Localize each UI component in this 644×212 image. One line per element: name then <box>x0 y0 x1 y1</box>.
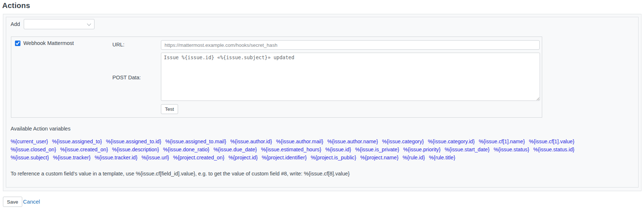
action-variable: %{issue.closed_on} <box>11 145 56 154</box>
action-variable: %{issue.cf[1].name} <box>479 137 525 145</box>
action-variable: %{project.identifier} <box>262 154 306 162</box>
action-variable: %{issue.start_date} <box>445 145 490 154</box>
page-title: Actions <box>2 1 30 10</box>
custom-field-note: To reference a custom field’s value in a… <box>11 171 350 177</box>
action-variable: %{issue.done_ratio} <box>163 145 209 154</box>
cancel-link[interactable]: Cancel <box>23 198 40 205</box>
action-variable: %{project.name} <box>360 154 398 162</box>
add-row: Add <box>11 19 95 30</box>
webhook-mattermost-section: Webhook Mattermost URL: POST Data: Issue… <box>11 37 542 118</box>
action-variable: %{issue.author.mail} <box>276 137 323 145</box>
variables-list: %{current_user}%{issue.assigned_to}%{iss… <box>11 137 636 162</box>
action-variable: %{issue.priority} <box>403 145 441 154</box>
action-variable: %{project.id} <box>228 154 258 162</box>
action-variable: %{issue.category.id} <box>428 137 475 145</box>
action-variable: %{project.is_public} <box>311 154 356 162</box>
add-label: Add <box>11 21 20 27</box>
post-data-label: POST Data: <box>112 75 141 80</box>
actions-panel: Add Webhook Mattermost URL: POST Data: I… <box>3 14 641 191</box>
action-variable: %{issue.created_on} <box>60 145 108 154</box>
add-action-select[interactable] <box>24 19 95 29</box>
action-variable: %{issue.subject} <box>11 154 49 162</box>
webhook-enabled-checkbox[interactable] <box>15 41 20 46</box>
action-variable: %{issue.due_date} <box>213 145 257 154</box>
variables-row: %{issue.closed_on}%{issue.created_on}%{i… <box>11 145 636 154</box>
webhook-checkbox-row: Webhook Mattermost <box>15 40 74 46</box>
action-variable: %{issue.estimated_hours} <box>261 145 321 154</box>
action-variable: %{issue.status.id} <box>533 145 575 154</box>
action-variable: %{issue.category} <box>382 137 424 145</box>
save-button[interactable]: Save <box>3 197 22 207</box>
action-variable: %{issue.assigned_to.id} <box>106 137 161 145</box>
action-variable: %{issue.status} <box>494 145 529 154</box>
action-variable: %{rule.id} <box>402 154 425 162</box>
action-variable: %{issue.url} <box>142 154 169 162</box>
post-data-textarea[interactable]: Issue %{issue.id} «%{issue.subject}» upd… <box>161 53 540 101</box>
action-variable: %{issue.is_private} <box>355 145 399 154</box>
url-input[interactable] <box>161 40 540 50</box>
url-label: URL: <box>112 42 124 48</box>
add-action-select-wrap <box>24 19 95 29</box>
action-variable: %{issue.cf[1].value} <box>529 137 574 145</box>
variables-row: %{issue.subject}%{issue.tracker}%{issue.… <box>11 154 636 162</box>
webhook-label: Webhook Mattermost <box>23 40 74 46</box>
action-variable: %{current_user} <box>11 137 48 145</box>
test-button[interactable]: Test <box>161 104 178 114</box>
action-variable: %{issue.assigned_to.mail} <box>165 137 226 145</box>
action-variable: %{issue.tracker} <box>53 154 90 162</box>
action-variable: %{issue.assigned_to} <box>52 137 102 145</box>
action-variable: %{issue.author.id} <box>230 137 272 145</box>
action-variable: %{issue.description} <box>112 145 159 154</box>
variables-row: %{current_user}%{issue.assigned_to}%{iss… <box>11 137 636 145</box>
action-variable: %{issue.tracker.id} <box>95 154 138 162</box>
available-variables-heading: Available Action variables <box>11 126 70 132</box>
action-variable: %{issue.id} <box>325 145 351 154</box>
action-variable: %{project.created_on} <box>173 154 224 162</box>
actions-form-area: Add Webhook Mattermost URL: POST Data: I… <box>6 17 639 188</box>
action-variable: %{rule.title} <box>429 154 455 162</box>
action-variable: %{issue.author.name} <box>327 137 378 145</box>
